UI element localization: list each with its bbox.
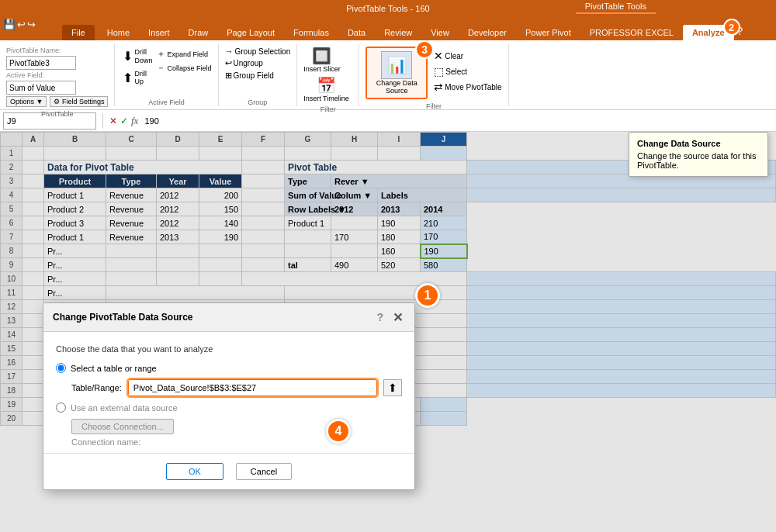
dialog-footer: OK Cancel [43,453,414,489]
choose-connection-button[interactable]: Choose Connection... [71,419,174,434]
connection-name-label: Connection name: [71,437,402,447]
group-selection-icon: → [225,47,234,56]
group-filter: 🔲 Insert Slicer 📅 Insert Timeline Filter [297,43,359,106]
clear-icon: ✕ [434,50,443,62]
change-data-source-icon: 📊 [381,51,412,79]
tab-data[interactable]: Data [338,25,375,40]
tab-view[interactable]: View [421,25,459,40]
ungroup-icon: ↩ [225,58,232,68]
redo-icon[interactable]: ↪ [27,19,36,30]
confirm-formula-icon[interactable]: ✓ [120,116,128,126]
undo-icon[interactable]: ↩ [17,19,26,30]
collapse-icon: － [157,62,165,74]
drill-up-btn[interactable]: ⬆ DrillUp [121,68,154,88]
group-field-icon: ⊞ [225,71,232,81]
tab-page-layout[interactable]: Page Layout [217,25,284,40]
tab-insert[interactable]: Insert [139,25,179,40]
title-bar: PivotTable Tools - 160 PivotTable Tools [0,0,776,17]
badge-2: 2 [723,19,740,36]
tab-review[interactable]: Review [375,25,421,40]
formula-bar: ✕ ✓ fx 190 [0,110,776,132]
title-bar-text: PivotTable Tools - 160 [346,4,429,13]
timeline-icon: 📅 [317,76,336,95]
clear-btn[interactable]: ✕ Clear [434,50,501,62]
tab-file[interactable]: File [62,25,95,40]
save-icon[interactable]: 💾 [3,19,16,30]
cancel-button[interactable]: Cancel [236,463,292,480]
drill-down-icon: ⬇ [123,49,133,64]
tooltip-title: Change Data Source [637,139,760,148]
main-container: PivotTable Tools - 160 PivotTable Tools … [0,0,776,532]
radio-external-input[interactable] [56,402,66,413]
group-group-label: Group [225,95,291,106]
pivottable-group-label: PivotTable [6,107,108,118]
collapse-field-btn[interactable]: － Collapse Field [157,62,211,74]
table-range-label: Table/Range: [71,383,122,392]
change-data-source-btn[interactable]: 3 📊 Change Data Source [365,47,428,99]
table-range-input[interactable] [128,379,377,396]
ribbon: PivotTable Name: Active Field: Options ▼… [0,40,776,110]
group-pivottable: PivotTable Name: Active Field: Options ▼… [0,43,115,106]
filter-group-label: Filter [303,102,352,113]
radio-select-input[interactable] [56,363,66,373]
sheet-wrapper: A B C D E F G H I J 1 [0,132,776,532]
data-content: 3 📊 Change Data Source ✕ Clear ⬚ Select … [365,43,501,99]
active-field-input[interactable] [6,81,76,95]
ungroup-btn[interactable]: ↩ Ungroup [225,58,263,68]
field-settings-button[interactable]: ⚙ Field Settings [50,96,108,107]
insert-timeline-btn[interactable]: 📅 Insert Timeline [303,76,349,102]
table-range-row: Table/Range: ⬆ [71,379,402,396]
tooltip-description: Change the source data for this PivotTab… [637,151,760,170]
badge-1: 1 [415,283,440,308]
pivottable-controls: PivotTable Name: Active Field: Options ▼… [6,43,108,107]
drill-up-icon: ⬆ [123,71,133,85]
group-group: → Group Selection ↩ Ungroup ⊞ Group Fiel… [219,43,298,106]
expand-icon: ＋ [157,48,165,60]
group-selection-btn[interactable]: → Group Selection [225,47,291,56]
formula-value: 190 [144,116,158,126]
tooltip-box: Change Data Source Change the source dat… [629,132,768,177]
tab-draw[interactable]: Draw [179,25,218,40]
radio-select-label[interactable]: Select a table or range [71,364,157,373]
formula-bar-icons: ✕ ✓ [109,116,128,126]
dialog-title-text: Change PivotTable Data Source [53,312,193,323]
expand-field-btn[interactable]: ＋ Expand Field [157,48,211,60]
dialog-body: Choose the data that you want to analyze… [43,332,414,453]
ok-button[interactable]: OK [166,463,223,480]
pivottable-name-label: PivotTable Name: [6,47,61,54]
dialog-help-icon[interactable]: ? [376,311,383,323]
select-btn[interactable]: ⬚ Select [434,65,501,78]
radio-external-label[interactable]: Use an external data source [71,403,178,413]
tab-professor-excel[interactable]: PROFESSOR EXCEL [580,25,683,40]
group-content: → Group Selection ↩ Ungroup ⊞ Group Fiel… [225,43,291,95]
drill-down-btn[interactable]: ⬇ DrillDown [121,47,154,67]
tab-power-pivot[interactable]: Power Pivot [516,25,580,40]
pivottable-name-input[interactable] [6,56,76,70]
tab-home[interactable]: Home [98,25,139,40]
select-icon: ⬚ [434,65,444,78]
badge-4: 4 [326,419,351,444]
dialog-close-button[interactable]: ✕ [390,309,405,325]
cancel-formula-icon[interactable]: ✕ [109,116,117,126]
filter-content: 🔲 Insert Slicer 📅 Insert Timeline [303,43,349,102]
options-button[interactable]: Options ▼ [6,96,47,107]
move-pivot-btn[interactable]: ⇄ Move PivotTable [434,81,501,93]
data-group-label: Filter [365,99,501,110]
fx-label: fx [131,115,138,127]
active-field-content: ⬇ DrillDown ⬆ DrillUp ＋ Expand Field － [121,43,211,95]
active-field-label: Active Field: [6,71,44,79]
radio-external: Use an external data source [56,402,402,413]
tab-developer[interactable]: Developer [459,25,516,40]
radio-select-range: Select a table or range [56,363,402,373]
group-active-field: ⬇ DrillDown ⬆ DrillUp ＋ Expand Field － [115,43,218,106]
range-picker-button[interactable]: ⬆ [383,379,402,396]
insert-slicer-btn[interactable]: 🔲 Insert Slicer [303,47,341,73]
dialog-title-bar: Change PivotTable Data Source ? ✕ [43,303,414,332]
move-icon: ⇄ [434,81,443,93]
badge-3: 3 [415,40,434,59]
tab-formulas[interactable]: Formulas [284,25,338,40]
pivot-table-tools-label: PivotTable Tools [576,0,656,14]
slicer-icon: 🔲 [312,47,331,65]
group-field-btn[interactable]: ⊞ Group Field [225,71,274,81]
change-data-source-dialog: Change PivotTable Data Source ? ✕ Choose… [43,302,415,490]
